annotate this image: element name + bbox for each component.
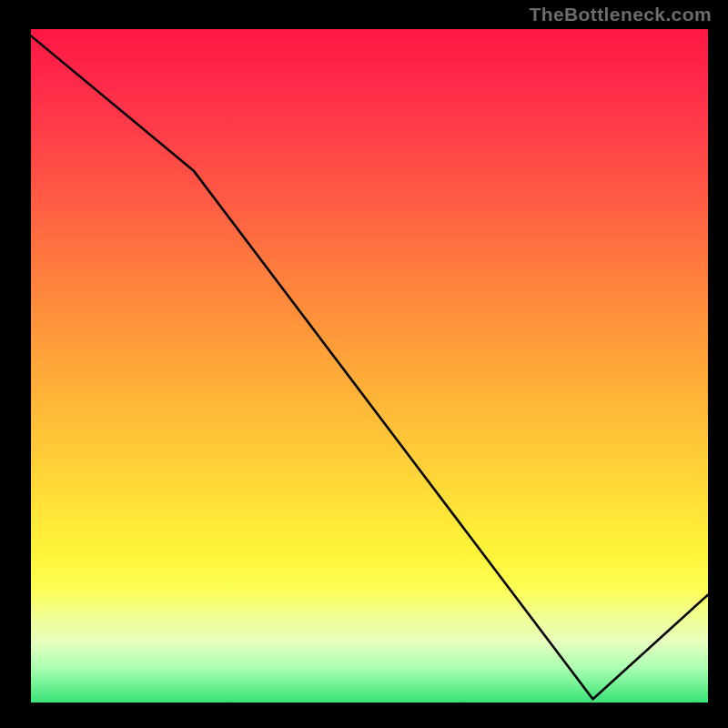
watermark-label: TheBottleneck.com	[529, 4, 712, 25]
chart-container: TheBottleneck.com	[0, 0, 728, 728]
plot-area	[31, 29, 708, 703]
bottleneck-curve	[31, 35, 708, 699]
line-overlay	[31, 29, 708, 703]
